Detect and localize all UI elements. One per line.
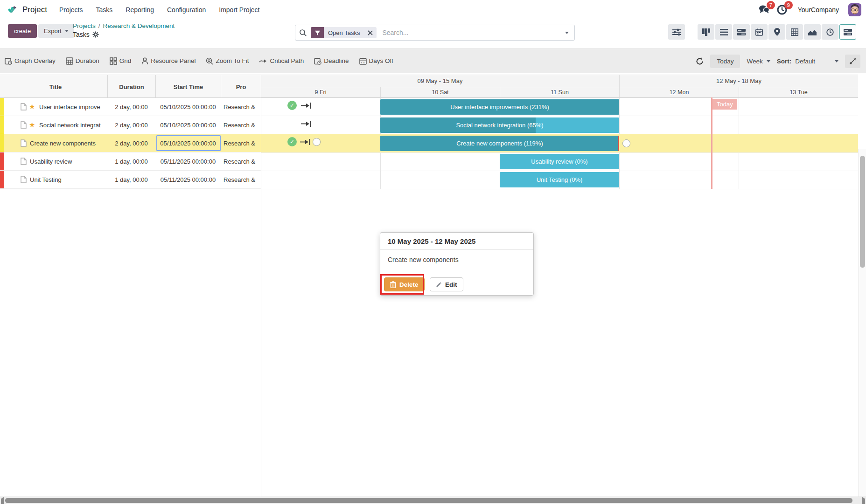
dependency-arrow-icon[interactable] [300, 120, 312, 128]
task-duration[interactable]: 2 day, 00:00 [107, 116, 155, 134]
filter-sliders-button[interactable] [668, 24, 685, 40]
list-view-button[interactable] [715, 24, 732, 40]
task-title[interactable]: Create new components [30, 134, 107, 152]
delete-button[interactable]: Delete [384, 277, 425, 291]
scale-select[interactable]: Week [747, 58, 770, 65]
menu-import-project[interactable]: Import Project [219, 6, 259, 14]
connector-handle-left[interactable] [313, 138, 321, 146]
sort-value: Default [795, 58, 815, 65]
table-row-3-selected[interactable]: Create new components 2 day, 00:00 05/10… [0, 134, 261, 152]
control-panel: create Export Projects / Research & Deve… [0, 20, 866, 48]
task-duration[interactable]: 1 day, 00:00 [107, 152, 155, 170]
gantt-bar-unit-testing[interactable]: Unit Testing (0%) [500, 172, 619, 187]
resource-panel-button[interactable]: Resource Panel [141, 57, 196, 65]
deadline-button[interactable]: Deadline [314, 57, 349, 65]
gantt-pro-view-button-active[interactable] [839, 24, 856, 40]
gantt-bar-user-interface[interactable]: User interface improvements (231%) [380, 99, 619, 115]
activity-view-button[interactable] [822, 24, 838, 40]
task-start-time[interactable]: 05/10/2025 00:00:00 [155, 98, 221, 116]
app-name[interactable]: Project [22, 5, 47, 14]
zoom-to-fit-button[interactable]: Zoom To Fit [206, 57, 249, 65]
menu-configuration[interactable]: Configuration [167, 6, 206, 14]
connector-handle-right[interactable] [622, 139, 630, 147]
column-header-duration[interactable]: Duration [107, 75, 155, 98]
task-title[interactable]: User interface improve [39, 98, 107, 116]
days-off-button[interactable]: xx Days Off [359, 57, 393, 65]
duration-button[interactable]: Duration [66, 57, 99, 65]
document-icon [21, 139, 27, 147]
gantt-view-button[interactable] [733, 24, 750, 40]
task-title[interactable]: Unit Testing [30, 171, 107, 188]
export-button[interactable]: Export [38, 24, 74, 38]
gantt-bar-usability-review[interactable]: Usability review (0%) [500, 154, 619, 169]
sort-select[interactable]: Sort: Default [777, 58, 838, 65]
column-header-project[interactable]: Pro [221, 75, 261, 98]
menu-projects[interactable]: Projects [59, 6, 83, 14]
map-view-button[interactable] [768, 24, 785, 40]
search-bar[interactable]: Open Tasks Search... [295, 25, 575, 41]
task-project: Research & [223, 171, 261, 188]
edit-button[interactable]: Edit [430, 277, 463, 291]
gear-icon[interactable] [92, 31, 99, 38]
kanban-view-button[interactable] [698, 24, 714, 40]
delete-label: Delete [399, 281, 419, 288]
chevron-down-icon [835, 60, 838, 62]
refresh-icon[interactable] [696, 57, 704, 65]
user-avatar[interactable] [848, 3, 861, 16]
dependency-arrow-icon[interactable] [300, 138, 311, 146]
graph-view-button[interactable] [804, 24, 821, 40]
task-title[interactable]: Usability review [30, 152, 107, 170]
gantt-bar-social-network[interactable]: Social network integration (65%) [380, 117, 619, 133]
column-header-start-time[interactable]: Start Time [155, 75, 221, 98]
pivot-view-button[interactable] [786, 24, 803, 40]
breadcrumb-current-link[interactable]: Research & Development [103, 22, 175, 29]
day-header-12-mon: 12 Mon [619, 87, 739, 98]
app-logo-icon[interactable] [7, 4, 18, 15]
grid-button[interactable]: Grid [110, 57, 132, 65]
star-icon[interactable]: ★ [29, 121, 35, 129]
table-row-5[interactable]: Unit Testing 1 day, 00:00 05/11/2025 00:… [0, 171, 261, 189]
gantt-area: Title Duration Start Time Pro 09 May - 1… [0, 75, 866, 497]
graph-overlay-button[interactable]: Graph Overlay [5, 57, 56, 65]
company-name[interactable]: YourCompany [798, 6, 839, 14]
task-duration[interactable]: 2 day, 00:00 [107, 134, 155, 152]
horizontal-scrollbar-thumb[interactable] [5, 498, 852, 503]
task-start-time[interactable]: 05/10/2025 00:00:00 [155, 116, 221, 134]
task-duration[interactable]: 1 day, 00:00 [107, 171, 155, 188]
menu-reporting[interactable]: Reporting [126, 6, 154, 14]
search-options-chevron-icon[interactable] [565, 32, 569, 34]
vertical-scrollbar-thumb[interactable] [860, 156, 865, 268]
today-button[interactable]: Today [710, 55, 740, 68]
calendar-view-button[interactable] [751, 24, 768, 40]
table-row-1[interactable]: ★ User interface improve 2 day, 00:00 05… [0, 98, 261, 116]
task-title[interactable]: Social network integrat [39, 116, 107, 134]
expand-fullscreen-button[interactable] [845, 55, 860, 68]
messages-icon[interactable]: 7 [759, 4, 770, 15]
critical-path-label: Critical Path [270, 57, 304, 64]
document-icon [21, 158, 27, 165]
task-start-time[interactable]: 05/11/2025 00:00:00 [155, 152, 221, 170]
breadcrumb: Projects / Research & Development Tasks [73, 22, 175, 38]
activities-clock-icon[interactable]: 9 [776, 4, 788, 15]
task-start-time[interactable]: 05/11/2025 00:00:00 [155, 171, 221, 188]
scroll-left-icon[interactable] [1, 499, 4, 504]
svg-text:x: x [361, 61, 362, 64]
search-input[interactable]: Search... [382, 29, 565, 36]
table-row-4[interactable]: Usability review 1 day, 00:00 05/11/2025… [0, 152, 261, 171]
scroll-right-icon[interactable] [862, 499, 865, 504]
column-header-title[interactable]: Title [4, 75, 107, 98]
create-button[interactable]: create [8, 24, 37, 38]
task-duration[interactable]: 2 day, 00:00 [107, 98, 155, 116]
remove-filter-icon[interactable] [364, 27, 377, 38]
gantt-bar-label: Unit Testing (0%) [537, 176, 583, 183]
star-icon[interactable]: ★ [29, 103, 35, 111]
breadcrumb-projects-link[interactable]: Projects [73, 22, 96, 29]
menu-tasks[interactable]: Tasks [96, 6, 113, 14]
critical-path-button[interactable]: Critical Path [259, 57, 304, 64]
horizontal-scrollbar[interactable] [0, 497, 866, 504]
dependency-arrow-icon[interactable] [300, 102, 312, 110]
gantt-bar-create-components[interactable]: Create new components (119%) [380, 136, 619, 151]
task-project: Research & [223, 116, 261, 134]
table-row-2[interactable]: ★ Social network integrat 2 day, 00:00 0… [0, 116, 261, 134]
vertical-scrollbar[interactable] [859, 149, 866, 504]
